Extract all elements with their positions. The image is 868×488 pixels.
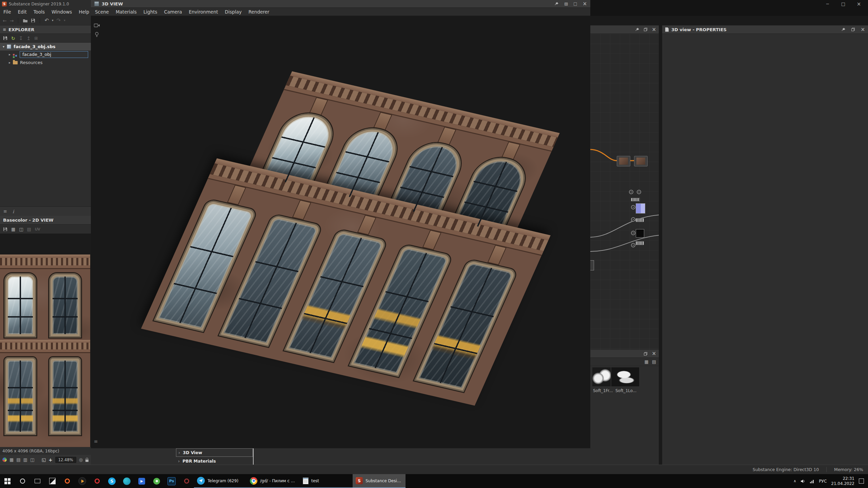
thumbnail-view-icon[interactable]: ▦	[644, 360, 648, 364]
library-item-thumbnail[interactable]	[611, 367, 639, 386]
node-connector[interactable]	[631, 217, 635, 222]
fit-view-icon[interactable]: ◱	[42, 458, 46, 462]
network-icon[interactable]	[810, 479, 814, 483]
task-view-button[interactable]	[30, 474, 45, 488]
graph-panel-header[interactable]: ×	[590, 25, 659, 34]
close-icon[interactable]: ×	[652, 27, 656, 32]
grid-icon[interactable]: ▤	[16, 458, 20, 462]
redo-dropdown-icon[interactable]: ▾	[64, 19, 65, 22]
uniform-color-node[interactable]	[636, 203, 645, 214]
layout-grid-icon[interactable]: ⊞	[564, 2, 568, 6]
dock-icon[interactable]: ≡	[3, 209, 7, 214]
action-center-icon[interactable]	[859, 479, 864, 484]
clock[interactable]: 22:31 21.04.2022	[831, 476, 854, 486]
view3d-viewport[interactable]: ≡	[91, 16, 590, 448]
caret-right-icon[interactable]: ▸	[9, 61, 11, 64]
lock-zoom-icon[interactable]	[85, 460, 88, 462]
menu-renderer[interactable]: Renderer	[245, 9, 273, 15]
restore-icon[interactable]	[644, 27, 648, 32]
start-button[interactable]	[0, 474, 15, 488]
menu-scene[interactable]: Scene	[92, 9, 112, 15]
save-package-icon[interactable]	[3, 36, 7, 40]
photoshop-button[interactable]: Ps	[164, 474, 179, 488]
tiling-icon[interactable]: ▤	[27, 227, 31, 231]
zoom-level-field[interactable]: 12.48%	[55, 457, 76, 463]
undo-dropdown-icon[interactable]: ▾	[52, 19, 54, 22]
undo-icon[interactable]: ↶	[44, 18, 49, 23]
section-pbr-materials[interactable]: › PBR Materials	[176, 457, 253, 465]
teal-app-button[interactable]	[119, 474, 134, 488]
library-panel-header[interactable]: ×	[590, 350, 659, 358]
menu-file[interactable]: File	[0, 9, 15, 15]
view2d-canvas[interactable]	[0, 234, 91, 447]
image-icon[interactable]: ▦	[11, 227, 15, 231]
minimize-window-icon[interactable]: −	[820, 0, 835, 8]
photos-app-button[interactable]	[45, 474, 60, 488]
save-image-icon[interactable]	[3, 227, 7, 231]
menu-edit[interactable]: Edit	[15, 9, 30, 15]
camera-icon[interactable]	[94, 23, 100, 27]
uv-toggle[interactable]: UV	[35, 227, 40, 231]
gradient-node[interactable]	[631, 198, 640, 201]
viewport-options-icon[interactable]: ≡	[94, 439, 98, 444]
open-folder-icon[interactable]	[23, 19, 28, 23]
view3d-header[interactable]: 3D VIEW ⊞ □ ×	[91, 0, 590, 8]
close-icon[interactable]: ×	[652, 351, 656, 356]
expand-icon[interactable]: ›	[178, 459, 180, 463]
close-window-icon[interactable]: ×	[851, 0, 867, 8]
hidden-icons-chevron[interactable]: ∧	[793, 479, 796, 483]
taskbar-chrome[interactable]: /gd/ - Пилим с то...	[247, 474, 300, 488]
menu-materials[interactable]: Materials	[112, 9, 140, 15]
tree-row-package[interactable]: ▾ facade_3_obj.sbs	[0, 43, 91, 50]
node-connector[interactable]	[631, 243, 635, 247]
export-icon[interactable]: ↥	[26, 36, 31, 41]
graph-node[interactable]	[617, 156, 630, 166]
reload-icon[interactable]: ↻	[11, 36, 15, 41]
back-icon[interactable]: ←	[3, 18, 7, 23]
menu-windows[interactable]: Windows	[48, 9, 75, 15]
graph-label[interactable]: facade_3_obj	[20, 51, 88, 58]
caret-right-icon[interactable]: ▸	[9, 53, 11, 56]
graph-node[interactable]	[634, 156, 648, 166]
menu-environment[interactable]: Environment	[185, 9, 221, 15]
tree-row-graph[interactable]: ▸ facade_3_obj	[0, 50, 91, 59]
properties-panel-header[interactable]: 3D view - PROPERTIES ×	[662, 25, 868, 34]
section-3d-view[interactable]: › 3D View	[176, 448, 253, 457]
taskbar-notepad[interactable]: test	[300, 474, 353, 488]
split-view-icon[interactable]: ◫	[19, 227, 23, 231]
histogram-icon[interactable]: ▥	[23, 458, 27, 462]
library-item-thumbnail[interactable]	[592, 367, 611, 386]
menu-help[interactable]: Help	[75, 9, 93, 15]
restore-icon[interactable]	[644, 352, 648, 356]
restore-icon[interactable]	[851, 27, 855, 32]
graph-canvas[interactable]	[590, 34, 659, 350]
taskbar-substance-designer[interactable]: S Substance Designer...	[353, 474, 406, 488]
tree-row-resources[interactable]: ▸ Resources	[0, 59, 91, 66]
gradient-node[interactable]	[636, 241, 644, 245]
taskbar-telegram[interactable]: Telegram (629)	[194, 474, 247, 488]
browser-red-button[interactable]	[90, 474, 104, 488]
library-item-label[interactable]: Soft_1Fr...	[593, 388, 613, 393]
node-connector[interactable]	[631, 231, 635, 235]
close-icon[interactable]: ×	[861, 27, 865, 32]
blue-app-button[interactable]: ▶	[134, 474, 149, 488]
checker-icon[interactable]: ▦	[9, 458, 14, 462]
redo-icon[interactable]: ↷	[57, 18, 61, 23]
channels-icon[interactable]	[2, 458, 7, 462]
node-connector[interactable]	[629, 190, 633, 194]
media-player-button[interactable]	[75, 474, 90, 488]
close-icon[interactable]: ×	[583, 1, 587, 6]
light-icon[interactable]	[95, 32, 99, 37]
list-view-icon[interactable]: ▤	[652, 360, 656, 364]
library-item-label[interactable]: Soft_1Lo...	[615, 388, 636, 393]
search-button[interactable]	[15, 474, 30, 488]
green-app-button[interactable]	[149, 474, 164, 488]
pixel-ratio-icon[interactable]: ◎	[79, 458, 83, 462]
language-indicator[interactable]: РУС	[819, 479, 827, 484]
maximize-window-icon[interactable]: □	[835, 0, 851, 8]
menu-camera[interactable]: Camera	[161, 9, 185, 15]
browser-orange-button[interactable]	[60, 474, 75, 488]
pin-icon[interactable]	[841, 27, 846, 32]
compare-icon[interactable]: ◫	[30, 458, 34, 462]
menu-display[interactable]: Display	[221, 9, 245, 15]
